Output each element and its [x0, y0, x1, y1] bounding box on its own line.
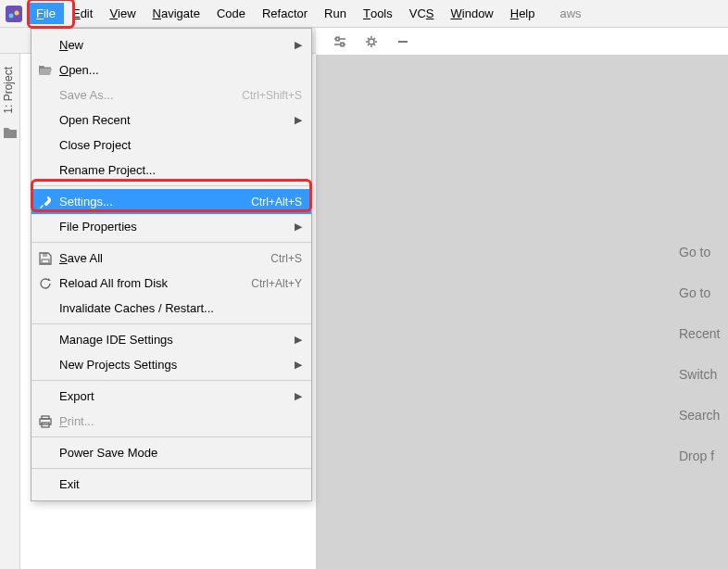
svg-point-2	[15, 10, 19, 15]
gear-icon[interactable]	[364, 34, 379, 49]
sliders-icon[interactable]	[333, 34, 347, 49]
menu-item-label: New	[59, 38, 295, 52]
menu-tools[interactable]: Tools	[355, 3, 401, 24]
menu-item-close-project[interactable]: Close Project	[31, 133, 311, 158]
menu-item-label: Settings...	[59, 195, 251, 209]
menu-item-reload-all-from-disk[interactable]: Reload All from DiskCtrl+Alt+Y	[31, 271, 311, 296]
menu-item-save-as: Save As...Ctrl+Shift+S	[31, 82, 311, 107]
welcome-hint-line: Go to	[679, 272, 728, 313]
menu-view[interactable]: View	[101, 3, 144, 24]
refresh-icon	[37, 276, 54, 291]
menu-separator	[31, 185, 311, 186]
file-menu-dropdown: New▶Open...Save As...Ctrl+Shift+SOpen Re…	[31, 28, 312, 501]
menu-item-label: Close Project	[59, 138, 302, 152]
welcome-hint-line: Switch	[679, 354, 728, 395]
menu-item-shortcut: Ctrl+Alt+Y	[251, 277, 302, 290]
menu-item-save-all[interactable]: Save AllCtrl+S	[31, 246, 311, 271]
menu-edit[interactable]: Edit	[64, 3, 101, 24]
menu-item-print: Print...	[31, 409, 311, 434]
svg-point-1	[9, 13, 14, 18]
folder-open-icon	[37, 63, 54, 78]
sidebar-tab-project[interactable]: 1: Project	[0, 63, 17, 118]
svg-rect-4	[341, 43, 344, 46]
menubar-trailing-text: aws	[553, 3, 589, 24]
menu-item-exit[interactable]: Exit	[31, 472, 311, 497]
menu-item-label: Open...	[59, 63, 302, 77]
chevron-right-icon: ▶	[295, 334, 302, 346]
menu-item-label: Export	[59, 389, 295, 403]
menu-file[interactable]: File	[28, 3, 64, 24]
print-icon	[37, 414, 54, 429]
menu-separator	[31, 468, 311, 469]
menu-item-label: Open Recent	[59, 113, 295, 127]
menu-item-label: Print...	[59, 414, 302, 428]
menu-item-label: Save As...	[59, 88, 242, 102]
menu-item-power-save-mode[interactable]: Power Save Mode	[31, 440, 311, 465]
welcome-hints: Go toGo toRecentSwitchSearchDrop f	[679, 232, 728, 476]
menu-vcs[interactable]: VCS	[401, 3, 443, 24]
menu-separator	[31, 436, 311, 437]
menu-item-new-projects-settings[interactable]: New Projects Settings▶	[31, 352, 311, 377]
menu-help[interactable]: Help	[502, 3, 544, 24]
menu-item-new[interactable]: New▶	[31, 32, 311, 57]
menu-separator	[31, 323, 311, 324]
svg-rect-3	[336, 37, 339, 41]
chevron-right-icon: ▶	[295, 359, 302, 371]
menu-item-label: Save All	[59, 251, 270, 265]
menu-item-label: Manage IDE Settings	[59, 333, 295, 347]
menu-refactor[interactable]: Refactor	[254, 3, 316, 24]
menu-separator	[31, 242, 311, 243]
menu-window[interactable]: Window	[443, 3, 502, 24]
chevron-right-icon: ▶	[295, 114, 302, 126]
menu-item-invalidate-caches-restart[interactable]: Invalidate Caches / Restart...	[31, 296, 311, 321]
chevron-right-icon: ▶	[295, 221, 302, 233]
menu-item-label: Exit	[59, 477, 302, 491]
menu-code[interactable]: Code	[208, 3, 254, 24]
menu-item-label: File Properties	[59, 220, 295, 234]
menu-item-export[interactable]: Export▶	[31, 384, 311, 409]
folder-icon[interactable]	[0, 127, 19, 138]
menu-item-shortcut: Ctrl+Shift+S	[242, 89, 302, 102]
app-logo	[4, 4, 24, 24]
menu-navigate[interactable]: Navigate	[144, 3, 208, 24]
menubar: FileEditViewNavigateCodeRefactorRunTools…	[0, 0, 728, 28]
welcome-hint-line: Drop f	[679, 436, 728, 476]
menu-item-label: Reload All from Disk	[59, 276, 251, 290]
welcome-hint-line: Search	[679, 395, 728, 436]
chevron-right-icon: ▶	[295, 39, 302, 51]
menu-separator	[31, 380, 311, 381]
menu-item-open-recent[interactable]: Open Recent▶	[31, 107, 311, 133]
menu-item-rename-project[interactable]: Rename Project...	[31, 158, 311, 183]
chevron-right-icon: ▶	[295, 390, 302, 402]
menu-run[interactable]: Run	[316, 3, 355, 24]
menu-item-label: Power Save Mode	[59, 446, 302, 460]
menu-item-open[interactable]: Open...	[31, 57, 311, 82]
editor-toolbar	[316, 28, 728, 56]
minimize-icon[interactable]	[395, 34, 410, 49]
menu-item-label: Invalidate Caches / Restart...	[59, 301, 302, 315]
svg-rect-0	[6, 6, 22, 22]
menu-item-label: New Projects Settings	[59, 358, 295, 372]
menu-item-shortcut: Ctrl+Alt+S	[251, 196, 302, 209]
editor-area	[316, 28, 728, 569]
menu-item-file-properties[interactable]: File Properties▶	[31, 214, 311, 239]
wrench-icon	[37, 195, 54, 209]
welcome-hint-line: Recent	[679, 313, 728, 354]
sidebar-gutter: 1: Project	[0, 54, 20, 569]
svg-rect-6	[43, 253, 47, 257]
menu-item-settings[interactable]: Settings...Ctrl+Alt+S	[31, 189, 311, 214]
menu-item-label: Rename Project...	[59, 163, 302, 177]
svg-rect-7	[42, 259, 49, 263]
svg-point-5	[369, 39, 374, 44]
menu-item-shortcut: Ctrl+S	[270, 252, 302, 265]
welcome-hint-line: Go to	[679, 232, 728, 272]
save-icon	[37, 251, 54, 266]
menu-item-manage-ide-settings[interactable]: Manage IDE Settings▶	[31, 327, 311, 352]
